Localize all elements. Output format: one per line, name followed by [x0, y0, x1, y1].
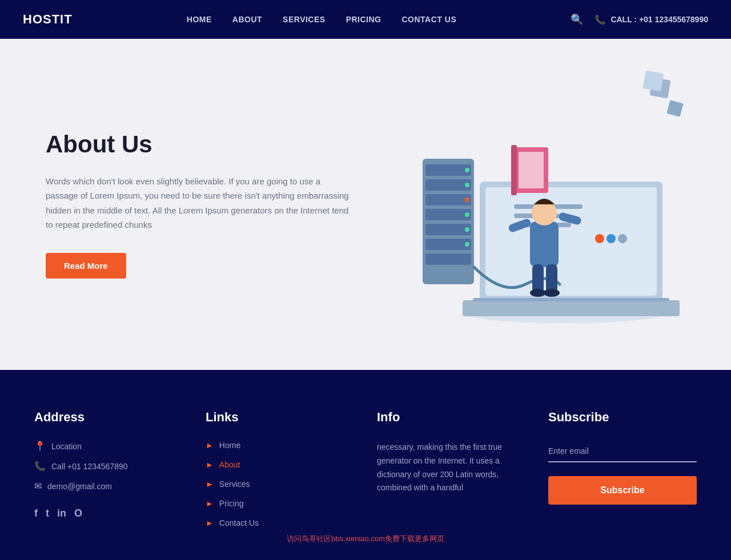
- nav-item-home[interactable]: HOME: [187, 14, 212, 25]
- arrow-icon: ►: [206, 441, 214, 450]
- svg-rect-17: [425, 209, 471, 220]
- social-icons: f t in O: [34, 507, 183, 519]
- svg-point-37: [544, 289, 560, 297]
- email-icon: ✉: [34, 481, 42, 491]
- about-illustration: [388, 67, 708, 341]
- footer-links-title: Links: [206, 410, 354, 425]
- svg-point-9: [607, 234, 616, 243]
- svg-rect-4: [485, 187, 657, 296]
- search-icon[interactable]: 🔍: [571, 13, 583, 26]
- svg-point-22: [465, 183, 469, 187]
- nav-item-pricing[interactable]: PRICING: [346, 14, 381, 25]
- footer-link-home[interactable]: ► Home: [206, 441, 354, 450]
- footer-link-contact[interactable]: ► Contact Us: [206, 518, 354, 527]
- svg-point-23: [465, 198, 469, 202]
- svg-rect-35: [546, 264, 557, 293]
- svg-point-21: [465, 168, 469, 172]
- footer-grid: Address 📍 Location 📞 Call +01 1234567890…: [34, 410, 697, 538]
- svg-rect-12: [473, 298, 669, 301]
- footer-info-text: necessary, making this the first true ge…: [377, 441, 525, 495]
- svg-rect-34: [532, 264, 544, 293]
- svg-rect-29: [519, 152, 544, 188]
- about-content: About Us Words which don't look even sli…: [46, 131, 354, 279]
- svg-rect-16: [425, 194, 471, 206]
- twitter-icon[interactable]: t: [46, 507, 49, 519]
- footer-address-col: Address 📍 Location 📞 Call +01 1234567890…: [34, 410, 183, 538]
- footer-address-title: Address: [34, 410, 183, 425]
- nav-item-contact[interactable]: CONTACT US: [402, 14, 457, 25]
- svg-rect-19: [425, 239, 471, 250]
- svg-rect-28: [511, 145, 517, 195]
- svg-rect-11: [463, 300, 680, 316]
- footer-link-services[interactable]: ► Services: [206, 480, 354, 489]
- footer-links-col: Links ► Home ► About ► Services ► Pricin…: [206, 410, 354, 538]
- arrow-icon: ►: [206, 460, 214, 469]
- navbar-right: 🔍 📞 CALL : +01 123455678990: [571, 13, 708, 26]
- footer-subscribe-col: Subscribe Subscribe: [548, 410, 697, 538]
- instagram-icon[interactable]: O: [74, 507, 82, 519]
- about-section: About Us Words which don't look even sli…: [0, 39, 731, 370]
- linkedin-icon[interactable]: in: [57, 507, 66, 519]
- brand[interactable]: HOSTIT: [23, 12, 73, 27]
- svg-point-10: [618, 234, 627, 243]
- phone-icon: 📞: [34, 461, 46, 472]
- about-description: Words which don't look even slightly bel…: [46, 174, 354, 232]
- phone-display: 📞 CALL : +01 123455678990: [595, 14, 708, 25]
- address-location: 📍 Location: [34, 441, 183, 452]
- svg-point-36: [530, 289, 546, 297]
- svg-point-24: [465, 212, 469, 217]
- nav-item-about[interactable]: ABOUT: [232, 14, 262, 25]
- address-phone: 📞 Call +01 1234567890: [34, 461, 183, 472]
- arrow-icon: ►: [206, 499, 214, 508]
- arrow-icon: ►: [206, 480, 214, 489]
- svg-rect-18: [425, 224, 471, 235]
- navbar: HOSTIT HOME ABOUT SERVICES PRICING CONTA…: [0, 0, 731, 39]
- svg-point-25: [465, 227, 469, 232]
- subscribe-button[interactable]: Subscribe: [548, 476, 697, 505]
- footer-info-title: Info: [377, 410, 525, 425]
- svg-rect-15: [425, 179, 471, 191]
- svg-rect-14: [425, 164, 471, 176]
- facebook-icon[interactable]: f: [34, 507, 38, 519]
- nav-links: HOME ABOUT SERVICES PRICING CONTACT US: [187, 14, 456, 25]
- footer-info-col: Info necessary, making this the first tr…: [377, 410, 525, 538]
- read-more-button[interactable]: Read More: [46, 253, 126, 279]
- phone-icon: 📞: [595, 14, 606, 25]
- about-title: About Us: [46, 131, 354, 158]
- arrow-icon: ►: [206, 518, 214, 527]
- nav-item-services[interactable]: SERVICES: [283, 14, 326, 25]
- svg-rect-30: [530, 221, 559, 267]
- svg-rect-1: [642, 70, 664, 91]
- footer-link-pricing[interactable]: ► Pricing: [206, 499, 354, 508]
- svg-point-26: [465, 242, 469, 247]
- svg-point-8: [595, 234, 604, 243]
- svg-rect-38: [666, 100, 683, 116]
- hero-svg: [388, 67, 708, 341]
- svg-rect-20: [425, 253, 471, 265]
- location-icon: 📍: [34, 441, 46, 452]
- footer-subscribe-title: Subscribe: [548, 410, 697, 425]
- svg-rect-13: [423, 159, 474, 284]
- address-email: ✉ demo@gmail.com: [34, 481, 183, 491]
- subscribe-email-input[interactable]: [548, 441, 697, 462]
- footer: Address 📍 Location 📞 Call +01 1234567890…: [0, 370, 731, 560]
- footer-link-about[interactable]: ► About: [206, 460, 354, 469]
